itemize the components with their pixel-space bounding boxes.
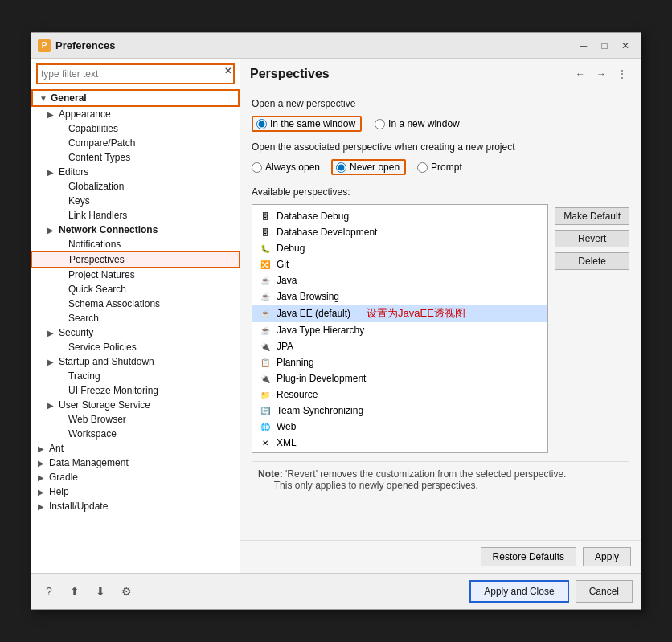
tree-item-globalization[interactable]: Globalization [31,179,240,194]
tree-item-ui-freeze[interactable]: UI Freeze Monitoring [31,383,240,398]
tree-item-help[interactable]: ▶ Help [31,485,240,499]
label-editors: Editors [59,166,88,178]
list-item[interactable]: ☕Java Type Hierarchy [252,322,547,338]
label-ant: Ant [49,443,64,454]
tree-item-search[interactable]: Search [31,311,240,325]
list-item[interactable]: 🗄Database Development [252,224,547,240]
tree-item-editors[interactable]: ▶ Editors [31,165,240,179]
nav-forward-button[interactable]: → [592,65,610,83]
perspectives-list[interactable]: 🗄Database Debug 🗄Database Development 🐛D… [252,204,548,453]
tree-item-link-handlers[interactable]: Link Handlers [31,208,240,223]
tree-item-appearance[interactable]: ▶ Appearance [31,107,240,121]
search-input[interactable] [36,63,235,84]
radio-prompt-input[interactable] [417,162,428,173]
list-item[interactable]: 🌐Web [252,419,547,435]
perspective-icon: 🔌 [259,340,272,353]
note-text: Note: 'Revert' removes the customization… [258,468,566,491]
perspective-icon: 🌐 [259,420,272,433]
list-item[interactable]: 📋Planning [252,354,547,370]
cancel-button[interactable]: Cancel [576,580,633,603]
radio-new-window[interactable]: In a new window [375,118,460,129]
tree-item-notifications[interactable]: Notifications [31,237,240,251]
perspective-name: JPA [277,341,293,352]
perspective-name: Java EE (default) [277,308,350,319]
tree-item-project-natures[interactable]: Project Natures [31,268,240,282]
settings-icon[interactable]: ⚙ [117,582,136,601]
right-header: Perspectives ← → ⋮ [240,59,641,88]
tree-item-keys[interactable]: Keys [31,194,240,208]
tree-item-install-update[interactable]: ▶ Install/Update [31,499,240,513]
radio-prompt[interactable]: Prompt [417,162,462,173]
perspective-name: Java Type Hierarchy [277,325,364,336]
tree-item-web-browser[interactable]: Web Browser [31,412,240,427]
list-item[interactable]: 🗄Database Debug [252,208,547,224]
perspective-name: XML [277,437,297,448]
label-schema-associations: Schema Associations [68,298,160,309]
list-item-selected[interactable]: ☕ Java EE (default) 设置为JavaEE透视图 [252,305,547,322]
tree-item-security[interactable]: ▶ Security [31,325,240,340]
note-section: Note: 'Revert' removes the customization… [252,461,629,497]
tree-item-quick-search[interactable]: Quick Search [31,282,240,296]
tree-item-startup-shutdown[interactable]: ▶ Startup and Shutdown [31,354,240,369]
radio-never-open-input[interactable] [336,162,346,173]
restore-defaults-button[interactable]: Restore Defaults [481,547,576,566]
radio-new-window-input[interactable] [375,119,385,129]
available-label: Available perspectives: [252,186,629,198]
tree-item-workspace[interactable]: Workspace [31,427,240,441]
tree-item-schema-associations[interactable]: Schema Associations [31,296,240,311]
radio-always-open[interactable]: Always open [252,162,320,173]
tree-item-data-management[interactable]: ▶ Data Management [31,456,240,470]
tree-item-compare-patch[interactable]: Compare/Patch [31,136,240,150]
nav-menu-button[interactable]: ⋮ [613,65,631,83]
revert-button[interactable]: Revert [555,230,629,247]
tree-item-content-types[interactable]: Content Types [31,150,240,165]
list-item[interactable]: ☕Java [252,272,547,288]
apply-button[interactable]: Apply [583,547,631,566]
list-item[interactable]: 📁Resource [252,386,547,403]
radio-same-window-input[interactable] [256,119,267,129]
tree-item-capabilities[interactable]: Capabilities [31,121,240,136]
tree-item-perspectives[interactable]: Perspectives [31,251,240,268]
minimize-button[interactable]: ─ [575,37,592,55]
dialog-title: Preferences [55,39,575,51]
nav-back-button[interactable]: ← [572,65,589,83]
search-clear-button[interactable]: ✕ [224,66,232,76]
radio-never-open[interactable]: Never open [331,159,406,175]
export-icon[interactable]: ⬆ [65,582,84,601]
import-icon[interactable]: ⬇ [91,582,110,601]
help-icon[interactable]: ? [39,582,59,601]
list-item[interactable]: ✕XML [252,435,547,451]
delete-button[interactable]: Delete [555,252,629,270]
label-general: General [51,92,87,104]
maximize-button[interactable]: □ [596,37,613,55]
radio-always-open-input[interactable] [252,162,262,173]
tree-item-tracing[interactable]: Tracing [31,369,240,383]
apply-close-button[interactable]: Apply and Close [469,580,568,603]
perspective-icon: ☕ [259,324,272,337]
perspective-icon: 📁 [259,388,272,401]
right-panel-title: Perspectives [250,67,572,81]
tree-item-general[interactable]: ▼ General [31,89,240,107]
list-item[interactable]: 🔌Plug-in Development [252,370,547,386]
title-controls: ─ □ ✕ [575,37,634,55]
tree-item-user-storage[interactable]: ▶ User Storage Service [31,398,240,412]
tree-area: ▼ General ▶ Appearance Capabilities Comp… [31,88,240,573]
tree-item-gradle[interactable]: ▶ Gradle [31,470,240,485]
right-content: Open a new perspective In the same windo… [240,88,641,540]
arrow-security: ▶ [47,329,59,337]
list-item[interactable]: 🐛Debug [252,240,547,256]
list-item[interactable]: 🔄Team Synchronizing [252,403,547,419]
arrow-data-mgmt: ▶ [38,459,49,468]
list-item[interactable]: 🔀Git [252,256,547,272]
arrow-help: ▶ [38,488,49,497]
make-default-button[interactable]: Make Default [555,207,629,225]
arrow-user-storage: ▶ [47,401,59,410]
tree-item-service-policies[interactable]: Service Policies [31,340,240,354]
list-item[interactable]: ☕Java Browsing [252,288,547,305]
close-button[interactable]: ✕ [617,37,634,55]
radio-same-window[interactable]: In the same window [252,116,362,132]
list-item[interactable]: 🔌JPA [252,338,547,354]
perspective-name: Java Browsing [277,291,339,302]
tree-item-network-connections[interactable]: ▶ Network Connections [31,223,240,237]
tree-item-ant[interactable]: ▶ Ant [31,441,240,456]
